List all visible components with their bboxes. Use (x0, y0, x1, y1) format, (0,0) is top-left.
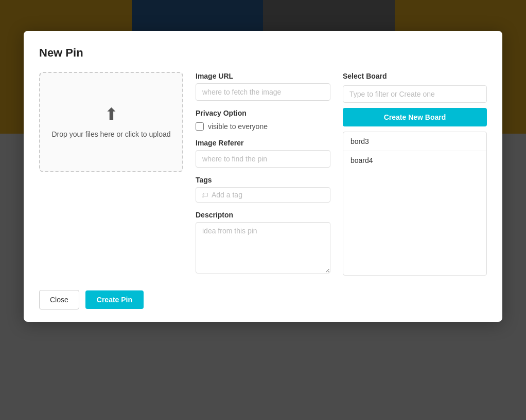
description-textarea[interactable] (196, 222, 330, 273)
close-button[interactable]: Close (39, 290, 79, 309)
upload-text: Drop your files here or click to upload (51, 129, 170, 140)
board-column: Select Board Create New Board bord3 boar… (343, 72, 487, 276)
image-referer-group: Image Referer (196, 139, 330, 168)
create-pin-button[interactable]: Create Pin (85, 290, 144, 309)
image-referer-label: Image Referer (196, 139, 330, 147)
privacy-group: Privacy Option visible to everyone (196, 109, 330, 131)
description-group: Descripton (196, 211, 330, 273)
privacy-row: visible to everyone (196, 122, 330, 131)
modal-backdrop: New Pin ⬆ Drop your files here or click … (0, 0, 526, 420)
description-label: Descripton (196, 211, 330, 219)
tags-group: Tags 🏷 (196, 176, 330, 203)
modal-footer: Close Create Pin (39, 280, 487, 322)
board-list: bord3 board4 (343, 132, 487, 276)
image-url-group: Image URL (196, 72, 330, 101)
board-item[interactable]: bord3 (343, 132, 486, 151)
modal-title: New Pin (39, 46, 487, 60)
image-url-input[interactable] (196, 83, 330, 101)
privacy-label: Privacy Option (196, 109, 330, 117)
image-url-label: Image URL (196, 72, 330, 80)
tag-icon: 🏷 (201, 191, 208, 199)
visibility-label[interactable]: visible to everyone (208, 122, 268, 131)
image-referer-input[interactable] (196, 150, 330, 168)
board-filter-input[interactable] (343, 85, 487, 103)
create-new-board-button[interactable]: Create New Board (343, 108, 487, 126)
tags-text-input[interactable] (212, 191, 325, 199)
form-column: Image URL Privacy Option visible to ever… (196, 72, 330, 273)
upload-icon: ⬆ (104, 104, 118, 124)
new-pin-modal: New Pin ⬆ Drop your files here or click … (24, 31, 502, 322)
visibility-checkbox[interactable] (196, 122, 204, 131)
board-item[interactable]: board4 (343, 151, 486, 170)
upload-area[interactable]: ⬆ Drop your files here or click to uploa… (39, 72, 183, 172)
modal-body: ⬆ Drop your files here or click to uploa… (39, 72, 487, 276)
select-board-label: Select Board (343, 72, 487, 80)
tags-label: Tags (196, 176, 330, 184)
tags-input-wrapper[interactable]: 🏷 (196, 187, 330, 203)
